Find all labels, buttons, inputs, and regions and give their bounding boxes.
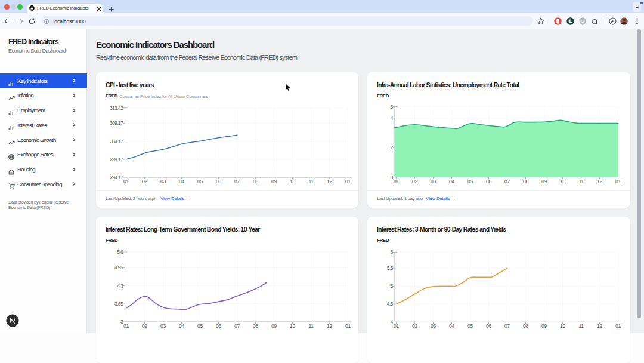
svg-text:03: 03 (160, 179, 166, 184)
svg-text:02: 02 (412, 179, 417, 184)
svg-text:01: 01 (615, 179, 621, 184)
svg-text:08: 08 (253, 323, 258, 329)
svg-text:02: 02 (412, 323, 417, 329)
svg-text:4.5: 4.5 (387, 301, 394, 307)
svg-text:01: 01 (345, 179, 351, 184)
svg-text:01: 01 (123, 179, 129, 184)
svg-text:10: 10 (560, 179, 565, 184)
svg-text:4: 4 (390, 115, 393, 121)
svg-text:12: 12 (327, 179, 332, 184)
svg-text:5.6: 5.6 (117, 249, 123, 255)
svg-text:09: 09 (271, 323, 277, 329)
svg-text:05: 05 (197, 179, 203, 184)
svg-text:313.42: 313.42 (110, 105, 123, 111)
svg-text:03: 03 (431, 179, 436, 184)
svg-text:07: 07 (504, 323, 510, 329)
svg-text:10: 10 (290, 179, 295, 184)
svg-text:4: 4 (390, 319, 393, 325)
svg-text:12: 12 (327, 323, 332, 329)
svg-text:S: S (581, 19, 584, 23)
svg-text:07: 07 (234, 323, 240, 329)
svg-text:6: 6 (390, 249, 393, 255)
svg-text:294.17: 294.17 (110, 174, 123, 180)
svg-text:06: 06 (216, 179, 221, 184)
svg-text:06: 06 (486, 179, 491, 184)
svg-text:08: 08 (523, 323, 528, 329)
svg-text:04: 04 (179, 179, 184, 184)
svg-text:10: 10 (560, 323, 565, 329)
svg-text:01: 01 (345, 323, 351, 329)
svg-text:11: 11 (308, 179, 314, 184)
svg-text:09: 09 (271, 179, 277, 184)
svg-text:01: 01 (615, 323, 621, 329)
svg-text:5.5: 5.5 (387, 265, 394, 271)
svg-text:01: 01 (394, 323, 399, 329)
svg-text:12: 12 (597, 323, 602, 329)
svg-text:11: 11 (308, 323, 314, 329)
svg-text:03: 03 (160, 323, 166, 329)
svg-text:05: 05 (467, 323, 473, 329)
svg-text:07: 07 (504, 179, 510, 184)
svg-text:06: 06 (216, 323, 221, 329)
svg-text:0: 0 (390, 174, 393, 180)
svg-text:01: 01 (394, 179, 399, 184)
svg-text:05: 05 (197, 323, 203, 329)
svg-text:11: 11 (578, 323, 584, 329)
svg-text:304.17: 304.17 (110, 139, 123, 144)
svg-text:10: 10 (290, 323, 295, 329)
svg-text:12: 12 (597, 179, 602, 184)
svg-text:5: 5 (390, 104, 393, 110)
svg-text:08: 08 (253, 179, 258, 184)
svg-text:299.17: 299.17 (110, 156, 123, 162)
svg-text:2: 2 (390, 144, 393, 150)
svg-text:5: 5 (390, 283, 393, 289)
svg-text:07: 07 (234, 179, 240, 184)
svg-text:04: 04 (449, 179, 454, 184)
svg-text:04: 04 (449, 323, 454, 329)
svg-text:4.3: 4.3 (117, 283, 123, 289)
svg-text:08: 08 (523, 179, 528, 184)
svg-text:05: 05 (467, 179, 473, 184)
svg-text:4.95: 4.95 (114, 264, 123, 270)
svg-text:11: 11 (578, 179, 584, 184)
svg-text:3.65: 3.65 (114, 301, 123, 307)
svg-text:09: 09 (541, 323, 547, 329)
svg-text:03: 03 (431, 323, 436, 329)
svg-text:06: 06 (486, 323, 491, 329)
svg-text:01: 01 (123, 323, 129, 329)
svg-text:309.17: 309.17 (110, 120, 123, 126)
svg-text:09: 09 (541, 179, 547, 184)
svg-text:04: 04 (179, 323, 184, 329)
svg-text:02: 02 (142, 323, 147, 329)
svg-text:02: 02 (142, 179, 147, 184)
